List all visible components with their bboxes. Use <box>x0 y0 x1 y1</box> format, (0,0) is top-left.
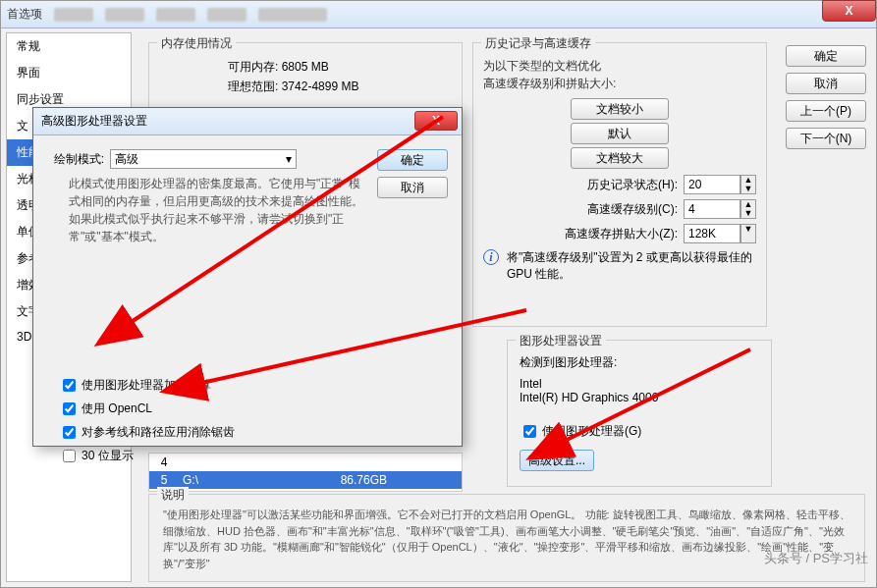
table-row[interactable]: 5 G:\ 86.76GB <box>149 471 462 489</box>
modal-cancel-button[interactable]: 取消 <box>377 177 448 198</box>
ok-button[interactable]: 确定 <box>786 45 866 67</box>
sidebar-item-interface[interactable]: 界面 <box>7 60 131 86</box>
description-text: "使用图形处理器"可以激活某些功能和界面增强。它不会对已打开的文档启用 Open… <box>149 495 864 583</box>
cache-info-text: 将"高速缓存级别"设置为 2 或更高以获得最佳的 GPU 性能。 <box>507 249 756 283</box>
info-icon: i <box>483 249 499 265</box>
history-cache-group: 历史记录与高速缓存 为以下类型的文档优化 高速缓存级别和拼贴大小: 文档较小 默… <box>472 42 767 327</box>
doc-large-button[interactable]: 文档较大 <box>571 147 669 169</box>
modal-close-button[interactable]: X <box>414 111 458 131</box>
close-button[interactable]: X <box>822 0 876 22</box>
chevron-down-icon: ▾ <box>286 152 292 166</box>
levels-spinner[interactable]: ▲▼ <box>740 199 756 219</box>
cache-levels-input[interactable] <box>684 199 740 219</box>
dialog-action-buttons: 确定 取消 上一个(P) 下一个(N) <box>786 45 866 155</box>
modal-ok-button[interactable]: 确定 <box>377 149 448 171</box>
use-gpu-checkbox[interactable]: 使用图形处理器(G) <box>520 422 759 441</box>
sidebar-item-general[interactable]: 常规 <box>7 33 131 60</box>
doc-small-button[interactable]: 文档较小 <box>571 98 669 120</box>
description-group: 说明 "使用图形处理器"可以激活某些功能和界面增强。它不会对已打开的文档启用 O… <box>148 494 865 582</box>
history-states-input[interactable] <box>684 175 740 194</box>
history-group-label: 历史记录与高速缓存 <box>481 35 595 52</box>
gpu-vendor: Intel <box>520 377 759 391</box>
memory-group-label: 内存使用情况 <box>157 35 236 52</box>
watermark-text: 头条号 / PS学习社 <box>764 550 868 567</box>
use-gpu-check-input[interactable] <box>523 425 536 438</box>
bit30-checkbox[interactable]: 30 位显示 <box>59 447 235 465</box>
cache-levels-label: 高速缓存级别(C): <box>483 201 684 218</box>
modal-title: 高级图形处理器设置 <box>41 113 147 130</box>
desc-group-label: 说明 <box>157 487 189 504</box>
optimize-text1: 为以下类型的文档优化 <box>483 57 756 75</box>
memory-usage-group: 内存使用情况 可用内存: 6805 MB 理想范围: 3742-4899 MB <box>148 42 463 111</box>
accel-checkbox[interactable]: 使用图形处理器加速计算 <box>59 376 235 395</box>
avail-mem-label: 可用内存: <box>228 60 278 74</box>
doc-default-button[interactable]: 默认 <box>571 123 669 144</box>
cancel-button[interactable]: 取消 <box>786 73 866 94</box>
advanced-gpu-dialog: 高级图形处理器设置 X 绘制模式: 高级 ▾ 此模式使用图形处理器的密集度最高。… <box>32 107 463 447</box>
draw-mode-label: 绘制模式: <box>51 151 110 168</box>
optimize-text2: 高速缓存级别和拼贴大小: <box>483 75 756 92</box>
gpu-detect-label: 检测到图形处理器: <box>520 354 759 371</box>
ideal-range-label: 理想范围: <box>228 80 278 93</box>
tile-size-label: 高速缓存拼贴大小(Z): <box>483 226 684 242</box>
window-title: 首选项 <box>7 6 42 23</box>
next-button[interactable]: 下一个(N) <box>786 128 866 149</box>
gpu-group-label: 图形处理器设置 <box>516 333 606 349</box>
states-spinner[interactable]: ▲▼ <box>740 175 756 194</box>
gpu-advanced-button[interactable]: 高级设置... <box>520 450 594 471</box>
draw-mode-select[interactable]: 高级 ▾ <box>110 149 297 169</box>
modal-titlebar: 高级图形处理器设置 X <box>33 108 462 135</box>
opencl-checkbox[interactable]: 使用 OpenCL <box>59 400 235 418</box>
antialias-checkbox[interactable]: 对参考线和路径应用消除锯齿 <box>59 423 235 442</box>
history-states-label: 历史记录状态(H): <box>483 177 684 193</box>
prev-button[interactable]: 上一个(P) <box>786 100 866 122</box>
avail-mem-value: 6805 MB <box>282 60 329 74</box>
ideal-range-value: 3742-4899 MB <box>282 80 359 93</box>
draw-mode-desc: 此模式使用图形处理器的密集度最高。它使用与"正常"模式相同的内存量，但启用更高级… <box>69 175 363 245</box>
gpu-settings-group: 图形处理器设置 检测到图形处理器: Intel Intel(R) HD Grap… <box>507 340 772 487</box>
tile-spinner[interactable]: ▼ <box>740 224 756 243</box>
main-titlebar: 首选项 X <box>1 1 876 28</box>
tile-size-input[interactable] <box>684 224 740 243</box>
gpu-model: Intel(R) HD Graphics 4000 <box>520 391 759 404</box>
